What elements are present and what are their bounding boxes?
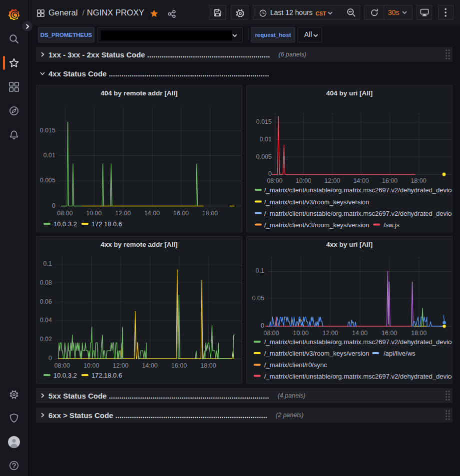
svg-text:10:00: 10:00 [83,362,99,369]
svg-text:0: 0 [261,322,264,329]
svg-text:0.005: 0.005 [40,177,55,184]
svg-text:18:00: 18:00 [200,362,216,369]
svg-text:12:00: 12:00 [115,210,131,217]
svg-text:10.0.3.2: 10.0.3.2 [53,220,77,228]
svg-text:16:00: 16:00 [382,177,398,184]
svg-text:/_matrix/client/v3/room_keys/v: /_matrix/client/v3/room_keys/version [264,350,369,357]
svg-text:18:00: 18:00 [202,210,218,217]
svg-text:0.01: 0.01 [43,152,55,159]
svg-text:/_matrix/client/unstable/org.m: /_matrix/client/unstable/org.matrix.msc2… [264,210,453,217]
svg-text:10.0.3.2: 10.0.3.2 [53,372,77,379]
svg-text:0.015: 0.015 [40,127,55,134]
svg-text:14:00: 14:00 [144,210,160,217]
svg-text:0: 0 [52,202,55,209]
svg-text:08:00: 08:00 [263,330,279,337]
svg-text:0.01: 0.01 [260,136,272,143]
svg-text:0.05: 0.05 [252,295,264,302]
svg-text:18:00: 18:00 [411,177,426,184]
svg-text:0.1: 0.1 [256,267,264,274]
svg-text:0.08: 0.08 [40,279,52,286]
svg-text:08:00: 08:00 [54,362,70,369]
svg-text:0: 0 [268,170,272,177]
svg-text:/_matrix/client/v3/room_keys/v: /_matrix/client/v3/room_keys/version [264,221,369,229]
svg-text:12:00: 12:00 [325,177,340,184]
svg-text:0.015: 0.015 [256,118,272,125]
svg-text:/_matrix/client/unstable/org.m: /_matrix/client/unstable/org.matrix.msc2… [264,373,453,380]
svg-text:/sw.js: /sw.js [384,221,400,229]
svg-text:0.1: 0.1 [43,260,52,267]
svg-text:10:00: 10:00 [293,330,309,337]
svg-text:08:00: 08:00 [267,177,282,184]
svg-text:18:00: 18:00 [411,330,427,337]
svg-text:14:00: 14:00 [353,177,369,184]
svg-text:14:00: 14:00 [352,330,368,337]
svg-text:0.06: 0.06 [40,298,52,305]
svg-text:0.04: 0.04 [40,317,52,324]
svg-text:0: 0 [48,355,52,362]
svg-text:10:00: 10:00 [86,210,101,217]
svg-text:172.18.0.6: 172.18.0.6 [91,220,122,228]
svg-text:16:00: 16:00 [171,362,187,369]
svg-text:16:00: 16:00 [173,210,189,217]
svg-text:14:00: 14:00 [142,362,157,369]
svg-text:12:00: 12:00 [323,330,338,337]
svg-text:/_matrix/client/v3/room_keys/v: /_matrix/client/v3/room_keys/version [264,198,369,206]
svg-text:12:00: 12:00 [113,362,128,369]
svg-text:172.18.0.6: 172.18.0.6 [91,372,122,379]
svg-text:0.005: 0.005 [256,153,272,160]
svg-text:0.02: 0.02 [40,336,52,343]
svg-text:08:00: 08:00 [57,210,72,217]
svg-text:/_matrix/client/r0/sync: /_matrix/client/r0/sync [264,361,327,369]
svg-text:/_matrix/client/unstable/org.m: /_matrix/client/unstable/org.matrix.msc2… [264,186,453,194]
svg-text:/api/live/ws: /api/live/ws [384,350,416,357]
svg-text:10:00: 10:00 [296,177,311,184]
svg-text:/_matrix/client/unstable/org.m: /_matrix/client/unstable/org.matrix.msc2… [264,338,453,346]
svg-text:16:00: 16:00 [382,330,397,337]
